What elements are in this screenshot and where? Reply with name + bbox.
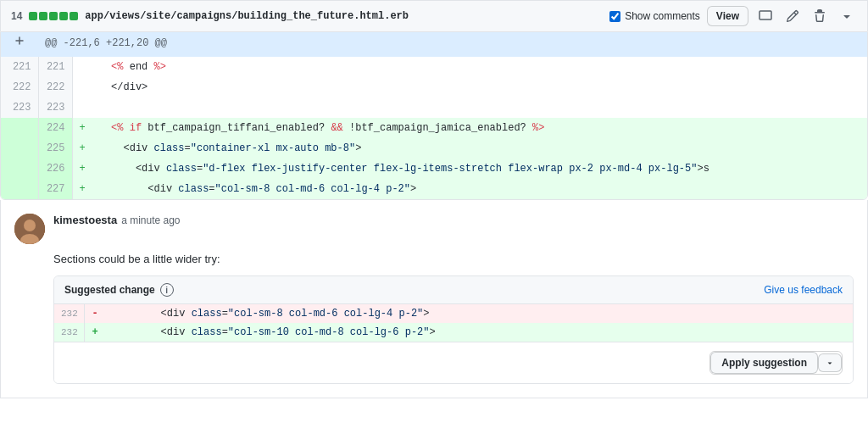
old-line-223: 223 [1, 97, 38, 118]
comment-author: kimestoesta [53, 214, 117, 226]
status-bar-1 [29, 12, 37, 20]
avatar [14, 214, 45, 244]
diff-row-224: 224 + <% if btf_campaign_tiffani_enabled… [1, 118, 867, 138]
new-line-223: 223 [38, 97, 72, 118]
sign-225: + [72, 138, 92, 159]
suggestion-footer: Apply suggestion [54, 342, 853, 383]
code-226: <div class="d-flex flex-justify-center f… [92, 159, 867, 179]
new-line-224: 224 [38, 118, 72, 138]
apply-suggestion-dropdown[interactable] [818, 353, 842, 372]
diff-row-226: 226 + <div class="d-flex flex-justify-ce… [1, 159, 867, 179]
diff-row-222: 222 222 </div> [1, 77, 867, 97]
code-224: <% if btf_campaign_tiffani_enabled? && !… [92, 118, 867, 138]
delete-icon[interactable] [810, 6, 830, 26]
suggested-change-title-area: Suggested change i [64, 283, 174, 297]
comment-header: kimestoesta a minute ago [14, 214, 854, 244]
new-line-221: 221 [38, 57, 72, 77]
hunk-header-row: @@ -221,6 +221,20 @@ [1, 32, 867, 57]
sign-226: + [72, 159, 92, 179]
old-line-222: 222 [1, 77, 38, 97]
comment-time: a minute ago [121, 214, 180, 226]
new-line-227: 227 [38, 179, 72, 199]
code-222: </div> [92, 77, 867, 97]
suggestion-remove-row: 232 - <div class="col-sm-8 col-md-6 col-… [54, 304, 853, 323]
hunk-expand-icon[interactable] [1, 32, 38, 57]
diff-table: @@ -221,6 +221,20 @@ 221 221 <% end %> 2… [1, 32, 867, 199]
suggested-change-box: Suggested change i Give us feedback 232 … [53, 275, 854, 384]
edit-icon[interactable] [782, 6, 803, 26]
show-comments-checkbox[interactable] [609, 11, 620, 22]
file-status-bars [29, 12, 78, 20]
diff-row-227: 227 + <div class="col-sm-8 col-md-6 col-… [1, 179, 867, 199]
status-bar-3 [49, 12, 58, 20]
file-header-right: Show comments View [609, 6, 857, 26]
show-comments-toggle[interactable]: Show comments [609, 10, 700, 22]
apply-suggestion-button[interactable]: Apply suggestion [710, 352, 818, 374]
suggestion-diff: 232 - <div class="col-sm-8 col-md-6 col-… [54, 304, 853, 342]
new-line-225: 225 [38, 138, 72, 159]
suggestion-add-linenum: 232 [54, 323, 85, 342]
code-223 [92, 97, 867, 118]
diff-row-225: 225 + <div class="container-xl mx-auto m… [1, 138, 867, 159]
old-line-224 [1, 118, 38, 138]
code-225: <div class="container-xl mx-auto mb-8"> [92, 138, 867, 159]
file-number: 14 [11, 10, 22, 22]
sign-227: + [72, 179, 92, 199]
old-line-225 [1, 138, 38, 159]
suggestion-remove-sign: - [85, 304, 105, 323]
info-icon[interactable]: i [160, 283, 174, 297]
status-bar-5 [70, 12, 78, 20]
file-path: app/views/site/campaigns/building_the_fu… [85, 10, 409, 22]
old-line-226 [1, 159, 38, 179]
diff-row-221: 221 221 <% end %> [1, 57, 867, 77]
comment-section: kimestoesta a minute ago Sections could … [0, 200, 868, 398]
comment-body: Sections could be a little wider try: [53, 253, 854, 265]
chevron-down-icon[interactable] [837, 6, 857, 26]
sign-221 [72, 57, 92, 77]
file-header: 14 app/views/site/campaigns/building_the… [0, 0, 868, 31]
suggestion-add-sign: + [85, 323, 105, 342]
sign-224: + [72, 118, 92, 138]
svg-point-2 [24, 220, 36, 231]
view-button[interactable]: View [707, 6, 748, 26]
old-line-221: 221 [1, 57, 38, 77]
sign-223 [72, 97, 92, 118]
status-bar-2 [39, 12, 47, 20]
new-line-226: 226 [38, 159, 72, 179]
suggested-change-title: Suggested change [64, 284, 155, 296]
sign-222 [72, 77, 92, 97]
code-227: <div class="col-sm-8 col-md-6 col-lg-4 p… [92, 179, 867, 199]
suggestion-remove-code: <div class="col-sm-8 col-md-6 col-lg-4 p… [105, 304, 853, 323]
diff-row-223: 223 223 [1, 97, 867, 118]
suggested-change-header: Suggested change i Give us feedback [54, 276, 853, 304]
comment-meta: kimestoesta a minute ago [53, 214, 181, 226]
diff-container: @@ -221,6 +221,20 @@ 221 221 <% end %> 2… [0, 31, 868, 200]
old-line-227 [1, 179, 38, 199]
file-header-left: 14 app/views/site/campaigns/building_the… [11, 10, 601, 22]
svg-rect-0 [760, 11, 771, 19]
feedback-link[interactable]: Give us feedback [764, 284, 843, 296]
code-221: <% end %> [92, 57, 867, 77]
monitor-icon[interactable] [755, 6, 776, 26]
new-line-222: 222 [38, 77, 72, 97]
show-comments-label: Show comments [625, 10, 700, 22]
suggestion-add-row: 232 + <div class="col-sm-10 col-md-8 col… [54, 323, 853, 342]
suggestion-remove-linenum: 232 [54, 304, 85, 323]
status-bar-4 [59, 12, 68, 20]
hunk-info: @@ -221,6 +221,20 @@ [38, 32, 867, 57]
suggestion-add-code: <div class="col-sm-10 col-md-8 col-lg-6 … [105, 323, 853, 342]
apply-suggestion-group: Apply suggestion [709, 351, 843, 375]
